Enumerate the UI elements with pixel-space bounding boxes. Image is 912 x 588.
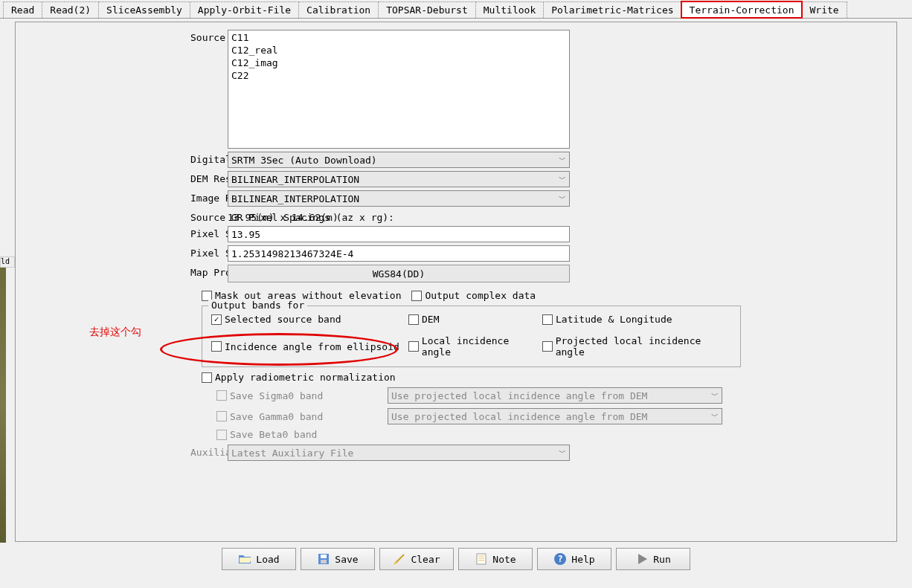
note-icon <box>475 552 488 566</box>
tab-polarimetric-matrices[interactable]: Polarimetric-Matrices <box>543 1 681 18</box>
clear-button[interactable]: Clear <box>379 548 454 570</box>
output-bands-title: Output bands for <box>208 300 307 311</box>
help-icon: ? <box>553 552 567 566</box>
dem-label: Digital Elevation Model: <box>30 152 228 165</box>
aux-file-value: Latest Auxiliary File <box>231 448 353 459</box>
save-beta0-checkbox <box>216 430 227 440</box>
chevron-down-icon: ﹀ <box>711 390 719 401</box>
terrain-correction-panel: Source Bands: C11 C12_real C12_imag C22 … <box>15 22 897 542</box>
save-label: Save <box>335 554 358 565</box>
output-complex-checkbox[interactable] <box>411 291 422 301</box>
sigma0-combo: Use projected local incidence angle from… <box>388 387 722 404</box>
dem-resamp-value: BILINEAR_INTERPOLATION <box>231 174 359 185</box>
dem-output-label: DEM <box>422 314 439 325</box>
img-resamp-value: BILINEAR_INTERPOLATION <box>231 193 359 204</box>
projected-local-incidence-label: Projected local incidence angle <box>556 335 731 358</box>
gamma0-value: Use projected local incidence angle from… <box>391 411 647 422</box>
save-sigma0-checkbox <box>216 390 227 401</box>
side-image-strip <box>0 268 6 543</box>
save-beta0-label: Save Beta0 band <box>230 429 317 440</box>
tab-sliceassembly[interactable]: SliceAssembly <box>98 1 190 18</box>
save-gamma0-label: Save Gamma0 band <box>230 411 323 422</box>
chevron-down-icon: ﹀ <box>559 155 566 165</box>
px-m-label: Pixel Spacing (m): <box>30 226 228 239</box>
apply-radiometric-label: Apply radiometric normalization <box>215 372 396 383</box>
save-gamma0-checkbox <box>216 411 227 421</box>
source-bands-list[interactable]: C11 C12_real C12_imag C22 <box>228 30 570 149</box>
pixel-spacing-m-input[interactable]: 13.95 <box>228 226 570 242</box>
sigma0-value: Use projected local incidence angle from… <box>391 390 647 401</box>
map-proj-label: Map Projection: <box>30 265 228 278</box>
svg-rect-3 <box>477 554 486 564</box>
apply-radiometric-checkbox[interactable] <box>202 372 212 383</box>
source-bands-label: Source Bands: <box>30 30 228 43</box>
img-resamp-label: Image Resampling Method: <box>30 190 228 204</box>
note-label: Note <box>492 554 516 565</box>
selected-source-band-label: Selected source band <box>225 314 341 325</box>
load-label: Load <box>256 554 279 565</box>
tab-calibration[interactable]: Calibration <box>298 1 379 18</box>
load-button[interactable]: Load <box>222 548 296 570</box>
clear-label: Clear <box>411 554 440 565</box>
tab-read[interactable]: Read <box>3 1 42 18</box>
folder-open-icon <box>238 552 251 566</box>
svg-rect-2 <box>321 560 327 563</box>
save-sigma0-label: Save Sigma0 band <box>230 390 323 401</box>
tab-multilook[interactable]: Multilook <box>475 1 544 18</box>
gamma0-combo: Use projected local incidence angle from… <box>388 408 722 424</box>
button-bar: Load Save Clear Note ? Help Run <box>0 548 912 570</box>
run-button[interactable]: Run <box>616 548 690 570</box>
svg-text:?: ? <box>558 554 563 564</box>
dem-value: SRTM 3Sec (Auto Download) <box>231 155 377 166</box>
incidence-ellipsoid-label: Incidence angle from ellipsoid <box>225 341 399 352</box>
run-label: Run <box>653 554 670 565</box>
output-complex-label: Output complex data <box>425 290 536 301</box>
incidence-ellipsoid-checkbox[interactable] <box>211 341 222 352</box>
aux-file-label: Auxiliary File (ASAR only): <box>30 445 228 458</box>
img-resamp-combo[interactable]: BILINEAR_INTERPOLATION ﹀ <box>228 190 570 207</box>
tab-write[interactable]: Write <box>801 1 847 18</box>
broom-icon <box>393 552 406 566</box>
output-bands-group: Output bands for Selected source band DE… <box>202 306 741 367</box>
map-projection-button[interactable]: WGS84(DD) <box>228 265 570 282</box>
projected-local-incidence-checkbox[interactable] <box>542 341 553 352</box>
tab-apply-orbit-file[interactable]: Apply-Orbit-File <box>190 1 299 18</box>
chevron-down-icon: ﹀ <box>559 193 566 204</box>
chevron-down-icon: ﹀ <box>559 174 566 184</box>
gr-spacing-label: Source GR Pixel Spacings (az x rg): <box>30 210 228 223</box>
pixel-spacing-deg-input[interactable]: 1.2531498213467324E-4 <box>228 245 570 262</box>
dem-output-checkbox[interactable] <box>408 314 419 325</box>
list-item[interactable]: C22 <box>231 70 566 83</box>
selected-source-band-checkbox[interactable] <box>211 314 222 325</box>
tab-bar: Read Read(2) SliceAssembly Apply-Orbit-F… <box>0 0 912 19</box>
gr-spacing-value: 13.95(m) x 14.62(m) <box>228 210 570 223</box>
save-button[interactable]: Save <box>301 548 375 570</box>
local-incidence-checkbox[interactable] <box>408 341 419 352</box>
latlon-label: Latitude & Longitude <box>556 314 672 325</box>
note-button[interactable]: Note <box>458 548 533 570</box>
list-item[interactable]: C12_imag <box>231 57 566 70</box>
chevron-down-icon: ﹀ <box>711 411 719 421</box>
list-item[interactable]: C12_real <box>231 45 566 57</box>
tab-terrain-correction[interactable]: Terrain-Correction <box>681 1 803 18</box>
annotation-text: 去掉这个勾 <box>89 326 141 339</box>
help-label: Help <box>571 554 594 565</box>
px-deg-label: Pixel Spacing (deg): <box>30 245 228 259</box>
dem-resamp-label: DEM Resampling Method: <box>30 171 228 184</box>
save-icon <box>317 552 330 566</box>
tab-topsar-deburst[interactable]: TOPSAR-Deburst <box>378 1 476 18</box>
chevron-down-icon: ﹀ <box>559 448 566 458</box>
dem-resamp-combo[interactable]: BILINEAR_INTERPOLATION ﹀ <box>228 171 570 187</box>
local-incidence-label: Local incidence angle <box>422 335 542 358</box>
list-item[interactable]: C11 <box>231 32 566 45</box>
tab-read2[interactable]: Read(2) <box>42 1 99 18</box>
aux-file-combo: Latest Auxiliary File ﹀ <box>228 445 570 461</box>
help-button[interactable]: ? Help <box>537 548 611 570</box>
latlon-checkbox[interactable] <box>542 314 553 325</box>
side-fragment: ld <box>0 256 15 268</box>
svg-rect-1 <box>321 555 327 558</box>
dem-combo[interactable]: SRTM 3Sec (Auto Download) ﹀ <box>228 152 570 168</box>
play-icon <box>635 552 649 566</box>
